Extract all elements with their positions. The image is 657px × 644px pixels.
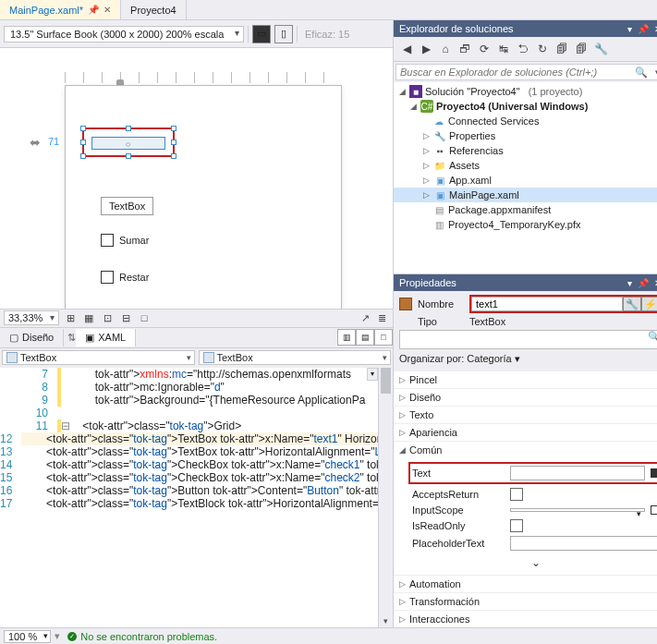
checkbox[interactable] bbox=[510, 519, 523, 532]
tree-solution[interactable]: ◢ ■ Solución "Proyecto4" (1 proyecto) bbox=[394, 84, 657, 99]
design-surface[interactable]: 69 ⬌ 71 ○ TextBox Sumar bbox=[0, 48, 393, 309]
wrench-icon[interactable]: 🔧 bbox=[623, 297, 641, 311]
back-icon[interactable]: ◀ bbox=[397, 40, 416, 58]
textbox-control-2[interactable]: TextBox bbox=[101, 197, 153, 215]
checkbox-sumar[interactable]: Sumar bbox=[101, 234, 149, 247]
dropdown-icon[interactable]: ▾ bbox=[627, 24, 632, 34]
swap-icon[interactable]: ⇅ bbox=[67, 332, 76, 344]
expand-icon[interactable]: ▷ bbox=[421, 146, 431, 155]
tree-mainpage[interactable]: ▷ ▣ MainPage.xaml bbox=[394, 188, 657, 202]
vertical-scrollbar[interactable]: ▴ ▾ bbox=[378, 368, 393, 628]
snap-icon[interactable]: ⊡ bbox=[100, 310, 115, 325]
cat-comun[interactable]: ◢Común bbox=[394, 441, 657, 458]
status-message[interactable]: ✓ No se encontraron problemas. bbox=[67, 631, 217, 642]
pin-icon[interactable]: 📌 bbox=[638, 278, 649, 288]
search-icon[interactable]: 🔍 bbox=[648, 331, 657, 348]
copy2-icon[interactable]: 🗐 bbox=[572, 40, 590, 58]
expand-icon[interactable]: ▷ bbox=[421, 176, 431, 185]
tree-connected[interactable]: ☁ Connected Services bbox=[394, 114, 657, 128]
tree-app-xaml[interactable]: ▷ ▣ App.xaml bbox=[394, 173, 657, 188]
dropdown-icon[interactable]: ▾ bbox=[627, 278, 632, 288]
grid-icon[interactable]: ⊞ bbox=[63, 310, 78, 325]
solution-tree[interactable]: ◢ ■ Solución "Proyecto4" (1 proyecto) ◢ … bbox=[394, 82, 657, 273]
textbox-control[interactable]: ○ bbox=[91, 137, 165, 150]
grid2-icon[interactable]: ▦ bbox=[81, 310, 96, 325]
solution-explorer-title[interactable]: Explorador de soluciones ▾ 📌 ✕ bbox=[394, 20, 657, 37]
snap2-icon[interactable]: ⊟ bbox=[118, 310, 133, 325]
cat-diseno[interactable]: ▷Diseño bbox=[394, 388, 657, 406]
toggle-icon[interactable]: ≣ bbox=[374, 310, 389, 325]
organize-label[interactable]: Organizar por: Categoría ▾ bbox=[399, 351, 657, 367]
status-zoom-combo[interactable]: 100 % bbox=[4, 630, 51, 643]
properties-icon[interactable]: 🔧 bbox=[591, 40, 610, 58]
value-marker-icon[interactable] bbox=[651, 505, 657, 515]
solution-search[interactable]: 🔍 ▾ bbox=[395, 64, 657, 80]
scroll-down-icon[interactable]: ▾ bbox=[379, 614, 393, 627]
snap3-icon[interactable]: □ bbox=[137, 310, 152, 325]
search-input[interactable] bbox=[396, 65, 631, 79]
layout-full-icon[interactable]: □ bbox=[374, 329, 393, 346]
expand-icon[interactable]: ▷ bbox=[421, 161, 431, 170]
cat-texto[interactable]: ▷Texto bbox=[394, 406, 657, 423]
tree-properties[interactable]: ▷ 🔧 Properties bbox=[394, 128, 657, 143]
tab-mainpage[interactable]: MainPage.xaml* 📌 ✕ bbox=[0, 0, 121, 19]
pin-icon[interactable]: 📌 bbox=[638, 24, 649, 34]
refresh-icon[interactable]: ⟳ bbox=[475, 40, 493, 58]
collapse-icon[interactable]: ↹ bbox=[494, 40, 513, 58]
split-icon[interactable]: ▾ bbox=[367, 368, 378, 381]
chain-icon[interactable]: ⬌ bbox=[30, 135, 41, 150]
checkbox-box[interactable] bbox=[101, 271, 114, 284]
tree-key[interactable]: ▥ Proyecto4_TemporaryKey.pfx bbox=[394, 217, 657, 232]
expand-icon[interactable]: ◢ bbox=[397, 87, 407, 96]
close-icon[interactable]: ✕ bbox=[103, 5, 111, 15]
cat-interacciones[interactable]: ▷Interacciones bbox=[394, 610, 657, 627]
zoom-combo[interactable]: 33,33% bbox=[4, 310, 59, 325]
tree-references[interactable]: ▷ ▪▪ Referencias bbox=[394, 143, 657, 158]
scroll-thumb[interactable] bbox=[381, 368, 391, 394]
cat-transformacion[interactable]: ▷Transformación bbox=[394, 592, 657, 610]
landscape-icon[interactable]: ▭ bbox=[252, 25, 271, 43]
element-combo-right[interactable]: TextBox bbox=[199, 350, 392, 365]
value-marker-icon[interactable] bbox=[651, 468, 657, 478]
selected-textbox[interactable]: ○ bbox=[82, 128, 175, 157]
events-icon[interactable]: ⚡ bbox=[641, 297, 657, 311]
checkbox-restar[interactable]: Restar bbox=[101, 271, 149, 284]
expand-icon[interactable]: ▷ bbox=[421, 131, 431, 140]
portrait-icon[interactable]: ▯ bbox=[274, 25, 293, 43]
cat-automation[interactable]: ▷Automation bbox=[394, 575, 657, 592]
cat-pincel[interactable]: ▷Pincel bbox=[394, 371, 657, 388]
device-combo[interactable]: 13.5" Surface Book (3000 x 2000) 200% es… bbox=[4, 26, 244, 43]
expand-icon[interactable]: ◢ bbox=[408, 102, 418, 111]
search-icon[interactable]: 🔍 bbox=[631, 67, 651, 79]
element-combo-left[interactable]: TextBox bbox=[2, 350, 195, 365]
input-scope-combo[interactable] bbox=[510, 508, 645, 512]
checkbox[interactable] bbox=[510, 488, 523, 501]
cat-apariencia[interactable]: ▷Apariencia bbox=[394, 423, 657, 441]
checkbox-box[interactable] bbox=[101, 234, 114, 247]
copy-icon[interactable]: 🗐 bbox=[553, 40, 571, 58]
properties-title[interactable]: Propiedades ▾ 📌 ✕ bbox=[394, 274, 657, 291]
layout-horizontal-icon[interactable]: ▥ bbox=[337, 329, 356, 346]
forward-icon[interactable]: ▶ bbox=[417, 40, 435, 58]
show-all-icon[interactable]: ⮌ bbox=[514, 40, 532, 58]
artboard[interactable]: ○ TextBox Sumar Restar Button bbox=[65, 85, 342, 309]
expand-icon[interactable]: ▷ bbox=[421, 190, 431, 200]
refresh2-icon[interactable]: ↻ bbox=[533, 40, 552, 58]
properties-search[interactable]: 🔍 bbox=[399, 330, 657, 349]
tab-design[interactable]: ▢ Diseño bbox=[0, 329, 64, 346]
code-editor[interactable]: ▾ 7 tok-attr">xmlns:mc="http://schemas.o… bbox=[0, 368, 393, 628]
name-input[interactable] bbox=[471, 297, 623, 311]
tab-xaml[interactable]: ▣ XAML bbox=[76, 329, 136, 346]
layout-vertical-icon[interactable]: ▤ bbox=[356, 329, 374, 346]
home-icon[interactable]: ⌂ bbox=[436, 40, 455, 58]
expand-more-icon[interactable]: ⌄ bbox=[412, 554, 657, 571]
tree-manifest[interactable]: ▤ Package.appxmanifest bbox=[394, 202, 657, 217]
search-input[interactable] bbox=[400, 331, 648, 348]
placeholder-input[interactable] bbox=[510, 536, 657, 551]
dropdown-icon[interactable]: ▾ bbox=[651, 67, 657, 79]
tree-project[interactable]: ◢ C# Proyecto4 (Universal Windows) bbox=[394, 99, 657, 114]
tree-assets[interactable]: ▷ 📁 Assets bbox=[394, 158, 657, 173]
tab-proyecto4[interactable]: Proyecto4 bbox=[121, 0, 187, 19]
text-input[interactable] bbox=[510, 466, 645, 480]
pin-icon[interactable]: 📌 bbox=[88, 5, 99, 15]
